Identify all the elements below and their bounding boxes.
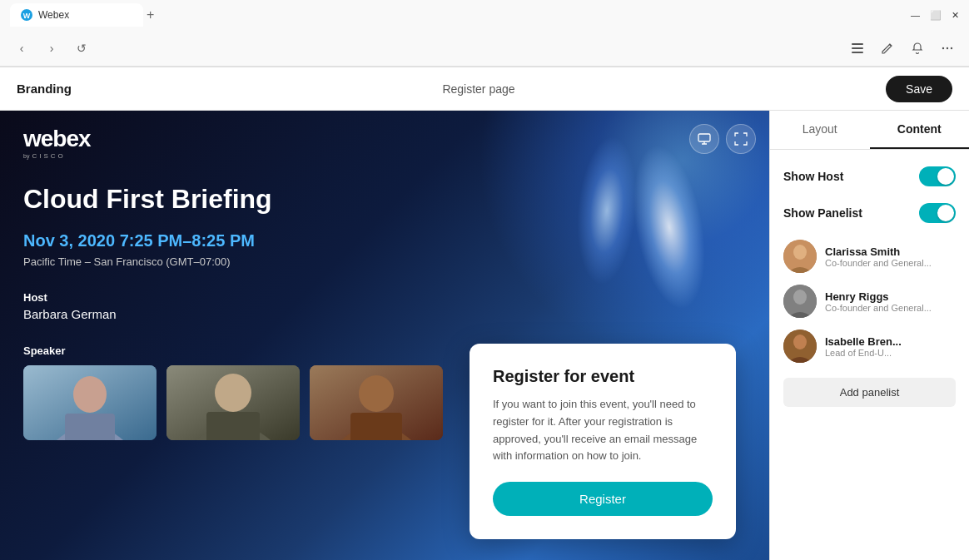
- alerts-icon[interactable]: [906, 37, 929, 60]
- page-indicator: Register page: [72, 82, 886, 96]
- browser-nav-bar: ‹ › ↺: [0, 30, 969, 67]
- tab-content[interactable]: Content: [870, 111, 970, 149]
- register-modal-title: Register for event: [493, 367, 713, 386]
- speaker-photo-1: [23, 365, 157, 440]
- speaker-person-1: [23, 365, 157, 440]
- svg-point-7: [951, 47, 952, 48]
- svg-rect-2: [852, 43, 863, 45]
- back-button[interactable]: ‹: [10, 37, 33, 60]
- panelist-3-info: Isabelle Bren... Lead of End-U...: [825, 335, 956, 358]
- panelist-1-name: Clarissa Smith: [825, 245, 956, 258]
- svg-point-19: [793, 245, 807, 260]
- svg-text:W: W: [23, 12, 31, 20]
- panelist-2: Henry Riggs Co-founder and General...: [783, 285, 956, 318]
- collections-icon[interactable]: [846, 37, 869, 60]
- svg-point-23: [793, 335, 807, 349]
- event-timezone: Pacific Time – San Francisco (GMT–07:00): [23, 255, 746, 268]
- svg-point-21: [793, 290, 807, 305]
- maximize-button[interactable]: ⬜: [930, 10, 942, 21]
- svg-rect-14: [206, 412, 260, 440]
- svg-point-5: [942, 47, 944, 48]
- panelist-avatar-3: [783, 330, 817, 363]
- svg-rect-11: [65, 414, 115, 440]
- browser-tab[interactable]: W Webex: [10, 3, 143, 27]
- add-panelist-button[interactable]: Add panelist: [783, 378, 956, 407]
- svg-rect-4: [852, 52, 863, 53]
- webex-logo: webex by CISCO: [23, 127, 746, 160]
- panelist-1: Clarissa Smith Co-founder and General...: [783, 240, 956, 273]
- show-panelist-row: Show Panelist: [783, 203, 956, 223]
- branding-title: Branding: [17, 82, 72, 96]
- preview-toolbar: [689, 124, 756, 154]
- speaker-silhouette-2: [166, 365, 300, 440]
- panelist-1-info: Clarissa Smith Co-founder and General...: [825, 245, 956, 268]
- collections-svg: [851, 42, 864, 55]
- by-text: by: [23, 153, 29, 159]
- panelist-2-info: Henry Riggs Co-founder and General...: [825, 290, 956, 313]
- panelist-avatar-2: [783, 285, 817, 318]
- more-options-icon[interactable]: [936, 37, 959, 60]
- svg-point-6: [947, 47, 948, 48]
- ellipsis-svg: [941, 42, 954, 55]
- panel-body: Show Host Show Panelist Clarissa: [770, 150, 969, 560]
- expand-view-button[interactable]: [726, 124, 756, 154]
- panelist-3: Isabelle Bren... Lead of End-U...: [783, 330, 956, 363]
- register-button[interactable]: Register: [493, 482, 713, 516]
- panelist-3-name: Isabelle Bren...: [825, 335, 956, 348]
- edit-svg: [881, 42, 894, 55]
- speaker-photo-3: [310, 365, 443, 440]
- show-host-label: Show Host: [783, 170, 919, 183]
- cisco-text: CISCO: [32, 152, 65, 160]
- desktop-view-button[interactable]: [689, 124, 719, 154]
- tab-title-text: Webex: [38, 9, 69, 21]
- show-host-toggle[interactable]: [919, 166, 956, 186]
- panelist-avatar-svg-2: [783, 285, 817, 318]
- speaker-person-2: [166, 365, 300, 440]
- show-panelist-toggle[interactable]: [919, 203, 956, 223]
- svg-rect-17: [350, 413, 402, 440]
- register-modal-body: If you want to join this event, you'll n…: [493, 396, 713, 465]
- host-name: Barbara German: [23, 307, 746, 321]
- show-host-row: Show Host: [783, 166, 956, 186]
- host-label: Host: [23, 291, 746, 304]
- minimize-button[interactable]: —: [911, 10, 920, 21]
- svg-point-10: [73, 376, 107, 413]
- panelist-2-role: Co-founder and General...: [825, 303, 956, 313]
- new-tab-button[interactable]: +: [147, 7, 154, 22]
- svg-point-13: [215, 374, 251, 412]
- panelist-avatar-svg-3: [783, 330, 817, 363]
- show-panelist-label: Show Panelist: [783, 206, 919, 220]
- preview-pane: webex by CISCO Cloud First Briefing Nov …: [0, 111, 769, 560]
- panelist-2-name: Henry Riggs: [825, 290, 956, 303]
- speaker-person-3: [310, 365, 443, 440]
- desktop-icon: [698, 133, 711, 145]
- svg-rect-3: [852, 47, 863, 49]
- refresh-button[interactable]: ↺: [70, 37, 93, 60]
- panelist-1-role: Co-founder and General...: [825, 258, 956, 268]
- panelist-avatar-svg-1: [783, 240, 817, 273]
- forward-button[interactable]: ›: [40, 37, 63, 60]
- close-button[interactable]: ✕: [952, 10, 959, 21]
- tab-layout[interactable]: Layout: [770, 111, 870, 149]
- speaker-photo-2: [166, 365, 300, 440]
- register-modal: Register for event If you want to join t…: [470, 344, 736, 539]
- webex-favicon: W: [20, 8, 33, 22]
- main-layout: webex by CISCO Cloud First Briefing Nov …: [0, 111, 969, 560]
- speaker-silhouette-1: [23, 365, 157, 440]
- panelist-avatar-1: [783, 240, 817, 273]
- right-panel: Layout Content Show Host Show Panelist: [769, 111, 969, 560]
- bell-svg: [911, 42, 924, 55]
- expand-icon: [734, 132, 748, 146]
- browser-title-bar: W Webex + — ⬜ ✕ ‹ › ↺: [0, 0, 969, 67]
- event-title: Cloud First Briefing: [23, 183, 373, 215]
- event-date: Nov 3, 2020 7:25 PM–8:25 PM: [23, 231, 746, 250]
- speaker-silhouette-3: [310, 365, 443, 440]
- panel-tabs: Layout Content: [770, 111, 969, 150]
- edit-icon[interactable]: [876, 37, 899, 60]
- svg-rect-8: [698, 134, 710, 141]
- svg-point-16: [359, 375, 394, 412]
- panelist-3-role: Lead of End-U...: [825, 348, 956, 358]
- webex-logo-text: webex: [23, 127, 746, 151]
- app-header: Branding Register page Save: [0, 67, 969, 111]
- save-button[interactable]: Save: [886, 76, 952, 102]
